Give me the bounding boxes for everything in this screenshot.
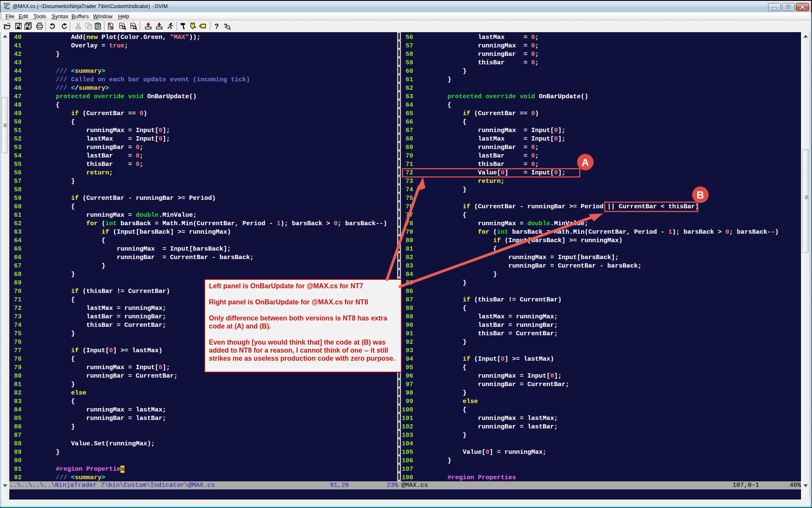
- svg-text:B: B: [697, 189, 704, 201]
- svg-text:A: A: [582, 157, 589, 168]
